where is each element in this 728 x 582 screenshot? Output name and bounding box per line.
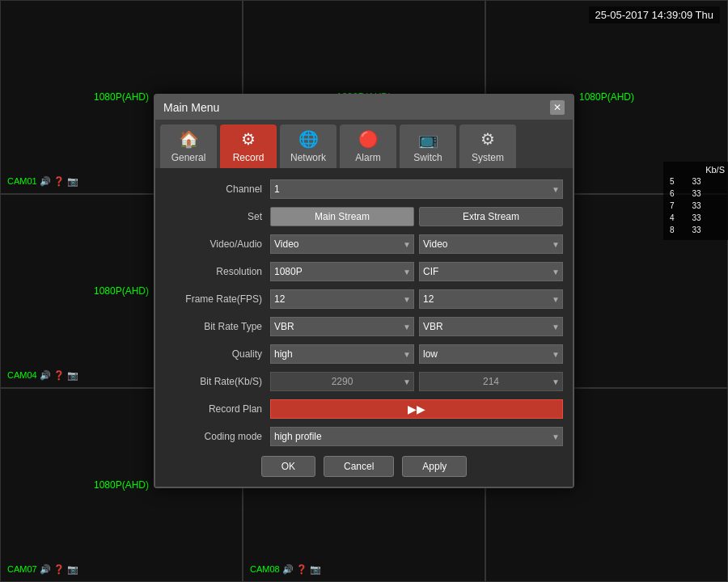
resolution-main-select[interactable]: 1080P720PD1CIF (270, 262, 414, 281)
dialog-title: Main Menu (163, 101, 219, 114)
channel-row: Channel 1234 5678 ▼ (165, 178, 563, 200)
ok-button[interactable]: OK (261, 456, 315, 477)
set-label: Set (165, 211, 270, 222)
bitrate-kb-row: Bit Rate(Kb/S) ▼ ▼ (165, 370, 563, 393)
network-icon: 🌐 (298, 129, 319, 149)
framerate-row: Frame Rate(FPS) 12152530 ▼ 121525 ▼ (165, 288, 563, 310)
resolution-controls: 1080P720PD1CIF ▼ CIFD1720P ▼ (270, 262, 563, 281)
home-icon: 🏠 (179, 129, 199, 149)
tab-general[interactable]: 🏠 General (160, 124, 217, 168)
record-plan-controls: ▶▶ (270, 399, 563, 419)
video-audio-extra-wrapper[interactable]: VideoAudioVideo/Audio ▼ (419, 234, 563, 254)
record-plan-button[interactable]: ▶▶ (270, 399, 563, 419)
tab-alarm[interactable]: 🔴 Alarm (340, 124, 396, 168)
coding-mode-wrapper[interactable]: high profilemain profilebaseline ▼ (270, 427, 563, 446)
bitrate-type-controls: VBRCBR ▼ VBRCBR ▼ (270, 317, 563, 336)
bitrate-kb-controls: ▼ ▼ (270, 372, 563, 391)
bitrate-kb-label: Bit Rate(Kb/S) (165, 376, 270, 387)
system-icon: ⚙ (480, 129, 495, 149)
resolution-main-wrapper[interactable]: 1080P720PD1CIF ▼ (270, 262, 414, 281)
bitrate-extra-wrapper: ▼ (419, 372, 563, 391)
quality-row: Quality highmediumlow ▼ lowmediumhigh ▼ (165, 343, 563, 365)
framerate-extra-select[interactable]: 121525 (419, 289, 563, 309)
bitrate-type-extra-select[interactable]: VBRCBR (419, 317, 563, 336)
close-button[interactable]: ✕ (550, 100, 565, 115)
tab-switch[interactable]: 📺 Switch (400, 124, 456, 168)
record-plan-row: Record Plan ▶▶ (165, 398, 563, 420)
quality-main-wrapper[interactable]: highmediumlow ▼ (270, 344, 414, 364)
channel-controls: 1234 5678 ▼ (270, 179, 563, 199)
channel-label: Channel (165, 183, 270, 195)
resolution-row: Resolution 1080P720PD1CIF ▼ CIFD1720P ▼ (165, 260, 563, 283)
tab-alarm-label: Alarm (355, 152, 380, 163)
tab-switch-label: Switch (413, 152, 442, 163)
framerate-main-wrapper[interactable]: 12152530 ▼ (270, 289, 414, 309)
modal-overlay: Main Menu ✕ 🏠 General ⚙ Record 🌐 Network… (0, 0, 728, 582)
bitrate-type-main-wrapper[interactable]: VBRCBR ▼ (270, 317, 414, 336)
stream-header-row: Set Main Stream Extra Stream (165, 205, 563, 228)
tab-record-label: Record (233, 152, 265, 163)
main-stream-button[interactable]: Main Stream (270, 207, 414, 226)
bitrate-type-label: Bit Rate Type (165, 321, 270, 332)
bitrate-extra-input (419, 372, 563, 391)
extra-stream-button[interactable]: Extra Stream (419, 207, 563, 226)
dialog-titlebar: Main Menu ✕ (155, 95, 573, 120)
quality-extra-wrapper[interactable]: lowmediumhigh ▼ (419, 344, 563, 364)
bitrate-main-input (270, 372, 414, 391)
framerate-main-select[interactable]: 12152530 (270, 289, 414, 309)
framerate-extra-wrapper[interactable]: 121525 ▼ (419, 289, 563, 309)
video-audio-extra-select[interactable]: VideoAudioVideo/Audio (419, 234, 563, 254)
channel-select-wrapper[interactable]: 1234 5678 ▼ (270, 179, 563, 199)
resolution-extra-select[interactable]: CIFD1720P (419, 262, 563, 281)
coding-mode-select[interactable]: high profilemain profilebaseline (270, 427, 563, 446)
video-audio-label: Video/Audio (165, 238, 270, 250)
tab-system[interactable]: ⚙ System (459, 124, 516, 168)
bitrate-type-row: Bit Rate Type VBRCBR ▼ VBRCBR ▼ (165, 315, 563, 338)
bitrate-type-extra-wrapper[interactable]: VBRCBR ▼ (419, 317, 563, 336)
quality-extra-select[interactable]: lowmediumhigh (419, 344, 563, 364)
quality-label: Quality (165, 348, 270, 360)
quality-controls: highmediumlow ▼ lowmediumhigh ▼ (270, 344, 563, 364)
video-audio-main-wrapper[interactable]: VideoAudioVideo/Audio ▼ (270, 234, 414, 254)
alarm-icon: 🔴 (358, 129, 379, 149)
tab-bar: 🏠 General ⚙ Record 🌐 Network 🔴 Alarm 📺 S… (155, 120, 573, 168)
resolution-extra-wrapper[interactable]: CIFD1720P ▼ (419, 262, 563, 281)
record-icon: ⚙ (241, 129, 256, 149)
apply-button[interactable]: Apply (402, 456, 467, 477)
bitrate-main-wrapper: ▼ (270, 372, 414, 391)
switch-icon: 📺 (418, 129, 438, 149)
tab-record[interactable]: ⚙ Record (220, 124, 277, 168)
bitrate-type-main-select[interactable]: VBRCBR (270, 317, 414, 336)
video-audio-main-select[interactable]: VideoAudioVideo/Audio (270, 234, 414, 254)
coding-mode-label: Coding mode (165, 431, 270, 442)
tab-network-label: Network (290, 152, 326, 163)
stream-controls: Main Stream Extra Stream (270, 207, 563, 226)
framerate-controls: 12152530 ▼ 121525 ▼ (270, 289, 563, 309)
quality-main-select[interactable]: highmediumlow (270, 344, 414, 364)
video-audio-controls: VideoAudioVideo/Audio ▼ VideoAudioVideo/… (270, 234, 563, 254)
coding-mode-row: Coding mode high profilemain profilebase… (165, 425, 563, 448)
framerate-label: Frame Rate(FPS) (165, 293, 270, 305)
dialog-body: Channel 1234 5678 ▼ Set Main Stream (155, 168, 573, 487)
channel-select[interactable]: 1234 5678 (270, 179, 563, 199)
tab-general-label: General (171, 152, 206, 163)
cancel-button[interactable]: Cancel (324, 456, 394, 477)
record-plan-label: Record Plan (165, 403, 270, 415)
video-audio-row: Video/Audio VideoAudioVideo/Audio ▼ Vide… (165, 233, 563, 255)
tab-network[interactable]: 🌐 Network (280, 124, 336, 168)
coding-mode-controls: high profilemain profilebaseline ▼ (270, 427, 563, 446)
button-row: OK Cancel Apply (165, 456, 563, 477)
tab-system-label: System (472, 152, 504, 163)
main-menu-dialog: Main Menu ✕ 🏠 General ⚙ Record 🌐 Network… (154, 94, 574, 488)
resolution-label: Resolution (165, 266, 270, 277)
